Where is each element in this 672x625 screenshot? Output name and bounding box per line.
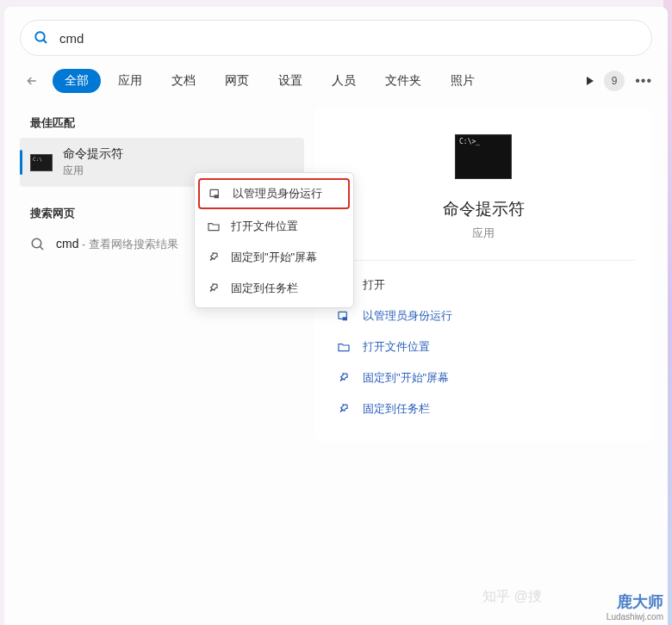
preview-action-0[interactable]: 打开 (332, 269, 635, 300)
back-button[interactable] (20, 69, 44, 93)
filter-tab-6[interactable]: 文件夹 (373, 69, 433, 93)
svg-line-1 (43, 40, 47, 43)
action-label: 固定到任务栏 (363, 401, 430, 417)
action-label: 打开文件位置 (363, 339, 430, 355)
badge-count[interactable]: 9 (604, 71, 625, 91)
context-item-label: 以管理员身份运行 (233, 186, 322, 201)
more-button[interactable]: ••• (635, 73, 652, 89)
pin-icon (207, 251, 221, 264)
preview-type: 应用 (332, 226, 635, 241)
search-input[interactable] (59, 31, 638, 46)
arrow-left-icon (25, 74, 39, 88)
search-icon (30, 237, 46, 252)
context-menu-item-0[interactable]: 以管理员身份运行 (198, 178, 350, 209)
result-name: 命令提示符 (63, 146, 123, 162)
play-button[interactable] (587, 77, 594, 85)
web-term: cmd - 查看网络搜索结果 (56, 237, 178, 252)
divider (332, 260, 635, 261)
search-icon (34, 30, 49, 46)
preview-action-4[interactable]: 固定到任务栏 (332, 393, 635, 424)
cmd-app-icon (30, 154, 53, 171)
pin-icon (337, 371, 351, 385)
folder-icon (337, 340, 351, 354)
best-match-header: 最佳匹配 (20, 108, 304, 138)
svg-line-3 (40, 246, 43, 250)
filter-row: 全部应用文档网页设置人员文件夹照片 9 ••• (20, 69, 652, 93)
context-menu-item-2[interactable]: 固定到"开始"屏幕 (195, 242, 353, 273)
filter-tab-7[interactable]: 照片 (439, 69, 487, 93)
filter-tab-5[interactable]: 人员 (320, 69, 368, 93)
filter-tab-3[interactable]: 网页 (213, 69, 261, 93)
filter-right-controls: 9 ••• (587, 71, 652, 91)
preview-app-icon (455, 134, 512, 179)
action-label: 以管理员身份运行 (363, 308, 452, 324)
search-bar[interactable] (20, 20, 652, 56)
search-panel: 全部应用文档网页设置人员文件夹照片 9 ••• 最佳匹配 命令提示符 应用 搜索… (4, 7, 668, 625)
filter-tab-2[interactable]: 文档 (159, 69, 208, 93)
context-menu-item-1[interactable]: 打开文件位置 (195, 211, 353, 242)
result-type: 应用 (63, 164, 123, 178)
preview-action-2[interactable]: 打开文件位置 (332, 331, 635, 362)
svg-point-2 (32, 238, 41, 248)
action-label: 打开 (363, 277, 385, 293)
preview-title: 命令提示符 (332, 198, 635, 220)
watermark-ludashi: 鹿大师 Ludashiwj.com (607, 591, 663, 622)
pin-icon (207, 282, 221, 295)
action-label: 固定到"开始"屏幕 (363, 370, 449, 386)
filter-tab-0[interactable]: 全部 (53, 69, 101, 93)
preview-action-1[interactable]: 以管理员身份运行 (332, 300, 635, 331)
filter-tab-4[interactable]: 设置 (266, 69, 314, 93)
context-menu: 以管理员身份运行打开文件位置固定到"开始"屏幕固定到任务栏 (194, 172, 354, 308)
preview-action-3[interactable]: 固定到"开始"屏幕 (332, 362, 635, 393)
play-icon (587, 77, 594, 85)
svg-point-0 (35, 32, 45, 41)
filter-tab-1[interactable]: 应用 (106, 69, 154, 93)
context-item-label: 固定到任务栏 (231, 281, 298, 296)
context-item-label: 固定到"开始"屏幕 (231, 250, 317, 265)
context-menu-item-3[interactable]: 固定到任务栏 (195, 273, 353, 304)
folder-icon (207, 220, 221, 233)
admin-icon (337, 309, 351, 323)
pin-icon (337, 402, 351, 416)
preview-pane: 命令提示符 应用 打开以管理员身份运行打开文件位置固定到"开始"屏幕固定到任务栏 (314, 108, 652, 442)
context-item-label: 打开文件位置 (231, 219, 298, 234)
admin-icon (208, 187, 222, 201)
watermark-zhihu: 知乎 @捜 (482, 588, 542, 606)
